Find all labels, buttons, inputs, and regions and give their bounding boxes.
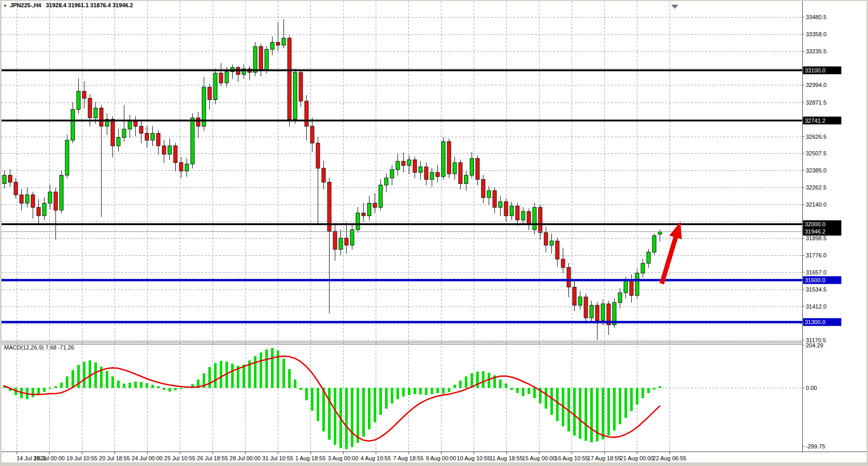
price-chart-canvas[interactable]: 33480.533358.033235.532994.032871.532626… (0, 0, 868, 466)
time-tick-label: 11 Aug 18:55 (490, 455, 523, 461)
time-tick-label: 25 Jul 10:55 (164, 455, 195, 461)
price-tick-label: 32871.5 (806, 99, 827, 106)
symbol-dropdown-icon[interactable]: ▼ (3, 4, 7, 8)
time-tick-label: 10 Aug 10:55 (457, 455, 491, 461)
price-tick-label: 32994.0 (806, 82, 827, 88)
price-label-text: 31600.0 (805, 277, 826, 283)
time-tick-label: 17 Aug 18:55 (588, 455, 621, 461)
time-tick-label: 22 Aug 06:55 (653, 455, 687, 461)
symbol-period-label: JPN225-,H4 (10, 2, 41, 8)
price-tick-label: 33480.5 (806, 14, 827, 20)
price-tick-label: 32140.0 (806, 201, 827, 208)
price-tick-label: 31534.5 (806, 286, 827, 293)
window-frame-left (0, 0, 2, 466)
time-tick-label: 7 Aug 18:55 (393, 455, 424, 461)
macd-indicator-label: MACD(12,26,9) 7.68 -71.26 (4, 344, 74, 351)
ohlc-values: 31928.4 31961.1 31876.4 31946.2 (46, 2, 133, 8)
macd-tick-label: -299.75 (806, 443, 825, 449)
price-tick-label: 31776.0 (806, 252, 827, 258)
time-tick-label: 21 Aug 00:00 (620, 455, 654, 461)
price-tick-label: 32626.5 (806, 134, 827, 140)
price-label-text: 31300.0 (805, 319, 826, 325)
price-tick-label: 33235.5 (806, 48, 827, 54)
price-label-text: 31946.2 (805, 228, 826, 235)
window-frame-bottom (0, 462, 868, 466)
price-tick-label: 31898.5 (806, 235, 827, 241)
macd-tick-label: 204.29 (806, 342, 823, 348)
chart-title: ▼JPN225-,H431928.4 31961.1 31876.4 31946… (3, 2, 133, 8)
price-tick-label: 33358.0 (806, 31, 827, 37)
time-tick-label: 18 Jul 00:00 (34, 455, 65, 461)
macd-tick-label: 0.00 (806, 385, 817, 391)
mt4-chart-window: 33480.533358.033235.532994.032871.532626… (0, 0, 868, 466)
time-tick-label: 9 Aug 00:00 (426, 455, 457, 461)
price-tick-label: 32507.5 (806, 150, 827, 156)
price-label-text: 32000.0 (805, 221, 826, 227)
price-tick-label: 32262.5 (806, 184, 827, 191)
time-tick-label: 24 Jul 00:00 (132, 455, 163, 461)
time-tick-label: 3 Aug 00:00 (328, 455, 359, 461)
price-tick-label: 32385.0 (806, 167, 827, 173)
time-tick-label: 28 Jul 00:00 (230, 455, 261, 461)
time-tick-label: 15 Aug 00:00 (522, 455, 556, 461)
price-tick-label: 31657.0 (806, 269, 827, 275)
price-tick-label: 31412.0 (806, 303, 827, 310)
price-label-text: 32741.2 (805, 118, 826, 124)
time-tick-label: 19 Jul 10:55 (66, 455, 97, 461)
time-tick-label: 4 Aug 10:55 (361, 455, 391, 461)
time-tick-label: 31 Jul 10:55 (262, 455, 293, 461)
time-tick-label: 1 Aug 18:55 (295, 455, 326, 461)
price-label-text: 33100.0 (805, 67, 826, 74)
time-tick-label: 16 Aug 10:55 (555, 455, 589, 461)
time-tick-label: 26 Jul 18:55 (197, 455, 228, 461)
time-tick-label: 20 Jul 18:55 (99, 455, 130, 461)
